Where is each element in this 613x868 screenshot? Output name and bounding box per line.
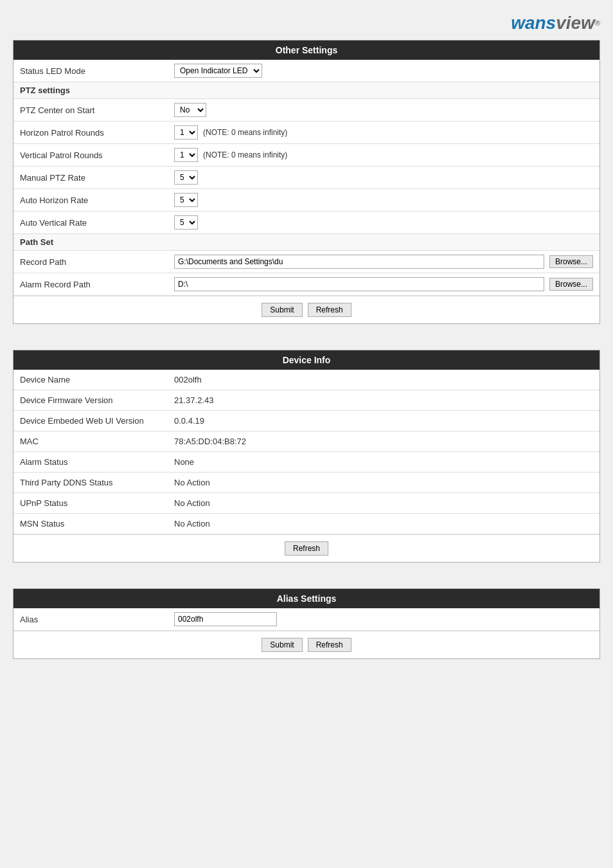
horizon-patrol-note: (NOTE: 0 means infinity) xyxy=(203,128,287,137)
alias-refresh-button[interactable]: Refresh xyxy=(308,638,351,652)
msn-status-label: MSN Status xyxy=(13,515,168,532)
web-ui-version-row: Device Embeded Web UI Version 0.0.4.19 xyxy=(13,411,600,431)
device-info-refresh-button[interactable]: Refresh xyxy=(285,541,328,556)
status-led-row: Status LED Mode Open Indicator LED Close… xyxy=(13,60,600,82)
ptz-center-row: PTZ Center on Start No Yes xyxy=(13,99,600,122)
web-ui-version-value: 0.0.4.19 xyxy=(168,412,600,429)
vertical-patrol-select[interactable]: 0 1 2 3 4 5 xyxy=(174,148,198,162)
logo-area: wansview® xyxy=(13,13,600,33)
firmware-version-value: 21.37.2.43 xyxy=(168,392,600,409)
alias-settings-panel: Alias Settings Alias Submit Refresh xyxy=(13,588,600,659)
mac-label: MAC xyxy=(13,433,168,450)
record-path-browse-button[interactable]: Browse... xyxy=(549,255,593,268)
status-led-select[interactable]: Open Indicator LED Close Indicator LED xyxy=(174,64,262,78)
ptz-section-label: PTZ settings xyxy=(20,86,70,95)
alarm-status-label: Alarm Status xyxy=(13,453,168,471)
ptz-center-select[interactable]: No Yes xyxy=(174,103,206,117)
status-led-label: Status LED Mode xyxy=(13,62,168,80)
auto-vertical-value: 12345678 xyxy=(168,212,600,233)
vertical-patrol-label: Vertical Patrol Rounds xyxy=(13,147,168,164)
auto-vertical-select[interactable]: 12345678 xyxy=(174,215,198,230)
upnp-status-row: UPnP Status No Action xyxy=(13,493,600,514)
upnp-status-label: UPnP Status xyxy=(13,494,168,512)
msn-status-row: MSN Status No Action xyxy=(13,514,600,534)
device-name-label: Device Name xyxy=(13,371,168,388)
ptz-center-value: No Yes xyxy=(168,99,600,121)
other-settings-header: Other Settings xyxy=(13,41,600,60)
alarm-status-row: Alarm Status None xyxy=(13,452,600,473)
mac-value: 78:A5:DD:04:B8:72 xyxy=(168,433,600,450)
device-name-value: 002olfh xyxy=(168,371,600,388)
alias-label: Alias xyxy=(13,611,168,628)
device-info-buttons: Refresh xyxy=(13,534,600,562)
horizon-patrol-select[interactable]: 0 1 2 3 4 5 xyxy=(174,125,198,140)
device-info-body: Device Name 002olfh Device Firmware Vers… xyxy=(13,370,600,562)
vertical-patrol-value: 0 1 2 3 4 5 (NOTE: 0 means infinity) xyxy=(168,144,600,166)
horizon-patrol-row: Horizon Patrol Rounds 0 1 2 3 4 5 (NOTE:… xyxy=(13,122,600,144)
alarm-path-value: Browse... xyxy=(168,273,600,295)
ptz-section-header: PTZ settings xyxy=(13,82,600,99)
alarm-path-row: Alarm Record Path Browse... xyxy=(13,273,600,296)
other-settings-panel: Other Settings Status LED Mode Open Indi… xyxy=(13,40,600,324)
device-info-panel: Device Info Device Name 002olfh Device F… xyxy=(13,350,600,563)
alias-settings-body: Alias Submit Refresh xyxy=(13,608,600,658)
ddns-status-row: Third Party DDNS Status No Action xyxy=(13,473,600,493)
auto-horizon-label: Auto Horizon Rate xyxy=(13,192,168,209)
ptz-center-label: PTZ Center on Start xyxy=(13,102,168,119)
ddns-status-label: Third Party DDNS Status xyxy=(13,474,168,491)
alarm-path-input[interactable] xyxy=(174,277,544,291)
alias-value xyxy=(168,608,600,630)
msn-status-value: No Action xyxy=(168,515,600,532)
horizon-patrol-label: Horizon Patrol Rounds xyxy=(13,124,168,141)
mac-row: MAC 78:A5:DD:04:B8:72 xyxy=(13,431,600,452)
auto-vertical-label: Auto Vertical Rate xyxy=(13,214,168,231)
other-settings-buttons: Submit Refresh xyxy=(13,296,600,323)
record-path-row: Record Path Browse... xyxy=(13,251,600,273)
auto-vertical-row: Auto Vertical Rate 12345678 xyxy=(13,212,600,234)
other-settings-submit-button[interactable]: Submit xyxy=(262,303,302,317)
vertical-patrol-row: Vertical Patrol Rounds 0 1 2 3 4 5 (NOTE… xyxy=(13,144,600,167)
alias-settings-header: Alias Settings xyxy=(13,589,600,608)
other-settings-refresh-button[interactable]: Refresh xyxy=(308,303,351,317)
manual-ptz-label: Manual PTZ Rate xyxy=(13,169,168,186)
logo-text-view: view xyxy=(556,13,595,33)
logo: wansview® xyxy=(511,13,600,33)
logo-icon: ® xyxy=(595,19,600,27)
ddns-status-value: No Action xyxy=(168,474,600,491)
manual-ptz-row: Manual PTZ Rate 12345678 xyxy=(13,167,600,189)
web-ui-version-label: Device Embeded Web UI Version xyxy=(13,412,168,429)
path-section-label: Path Set xyxy=(20,237,53,247)
upnp-status-value: No Action xyxy=(168,494,600,512)
manual-ptz-value: 12345678 xyxy=(168,167,600,188)
other-settings-body: Status LED Mode Open Indicator LED Close… xyxy=(13,60,600,323)
device-info-header: Device Info xyxy=(13,350,600,370)
record-path-input[interactable] xyxy=(174,255,544,269)
horizon-patrol-value: 0 1 2 3 4 5 (NOTE: 0 means infinity) xyxy=(168,122,600,143)
auto-horizon-value: 12345678 xyxy=(168,189,600,211)
firmware-version-row: Device Firmware Version 21.37.2.43 xyxy=(13,390,600,411)
vertical-patrol-note: (NOTE: 0 means infinity) xyxy=(203,150,287,159)
auto-horizon-select[interactable]: 12345678 xyxy=(174,193,198,207)
manual-ptz-select[interactable]: 12345678 xyxy=(174,170,198,185)
alarm-status-value: None xyxy=(168,453,600,471)
alarm-path-label: Alarm Record Path xyxy=(13,276,168,293)
alias-row: Alias xyxy=(13,608,600,631)
auto-horizon-row: Auto Horizon Rate 12345678 xyxy=(13,189,600,212)
firmware-version-label: Device Firmware Version xyxy=(13,392,168,409)
record-path-value: Browse... xyxy=(168,251,600,273)
path-section-header: Path Set xyxy=(13,234,600,251)
alarm-path-browse-button[interactable]: Browse... xyxy=(549,278,593,291)
record-path-label: Record Path xyxy=(13,253,168,271)
logo-text-wans: wans xyxy=(511,13,556,33)
alias-settings-buttons: Submit Refresh xyxy=(13,631,600,658)
device-name-row: Device Name 002olfh xyxy=(13,370,600,390)
status-led-value: Open Indicator LED Close Indicator LED xyxy=(168,60,600,82)
alias-input[interactable] xyxy=(174,612,277,626)
alias-submit-button[interactable]: Submit xyxy=(262,638,302,652)
